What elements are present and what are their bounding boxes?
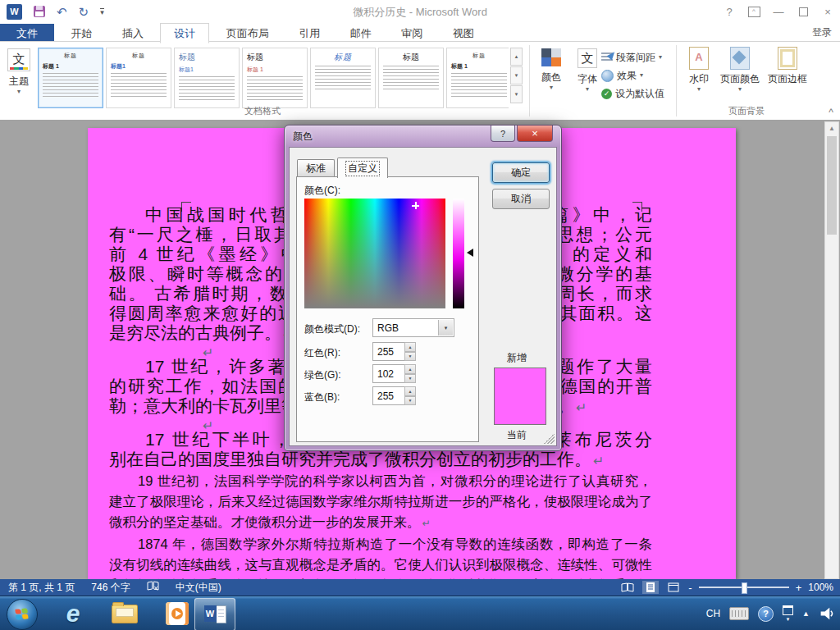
media-player-button[interactable] <box>163 600 191 627</box>
doc-line: 1874 年，德国数学家外尔斯特拉斯构造了一个没有导数的连续函数，即构造了一条 <box>109 534 652 555</box>
keyboard-icon[interactable] <box>729 607 749 620</box>
language-status[interactable]: 中文(中国) <box>167 581 230 595</box>
red-spinner[interactable]: ▲▼ <box>404 342 416 361</box>
fonts-icon: 文 <box>578 48 597 68</box>
green-spinner[interactable]: ▲▼ <box>404 364 416 383</box>
tab-custom[interactable]: 自定义 <box>337 158 388 178</box>
dialog-close-button[interactable]: × <box>517 126 553 142</box>
page-number-status[interactable]: 第 1 页, 共 1 页 <box>0 581 83 595</box>
fonts-button[interactable]: 文 字体 ▾ <box>569 47 605 111</box>
dropdown-arrow-icon[interactable]: ▾ <box>438 320 453 336</box>
word-count-status[interactable]: 746 个字 <box>83 581 138 595</box>
page-borders-button[interactable]: 页面边框 <box>765 47 810 86</box>
print-layout-button[interactable] <box>642 581 659 594</box>
zoom-level[interactable]: 100% <box>808 582 833 593</box>
web-layout-button[interactable] <box>665 581 682 594</box>
custom-tab-page: 颜色(C): 颜色模式(D): RGB ▾ 红色(R): 255 ▲▼ 绿色(G… <box>296 176 479 442</box>
tab-review[interactable]: 审阅 <box>388 24 436 43</box>
page-color-icon <box>730 47 750 70</box>
gallery-scroll-down-icon[interactable]: ▼ <box>510 66 523 84</box>
sign-in-link[interactable]: 登录 <box>812 25 832 39</box>
themes-button[interactable]: 文 主题 ▾ <box>3 47 34 111</box>
new-current-color-swatch <box>494 368 546 425</box>
zoom-slider-thumb[interactable] <box>742 582 747 594</box>
folder-icon <box>112 605 138 623</box>
tab-mailings[interactable]: 邮件 <box>337 24 385 43</box>
gallery-scroll-up-icon[interactable]: ▲ <box>510 48 523 66</box>
internet-explorer-button[interactable]: e <box>59 600 87 627</box>
dialog-body: 标准 自定义 颜色(C): 颜色模式(D): RGB ▾ 红色(R): 255 … <box>289 147 557 446</box>
style-set-item[interactable]: 标题标题1 <box>174 48 240 108</box>
style-set-item[interactable]: 标题标题 1 <box>446 48 509 108</box>
red-input[interactable]: 255 <box>372 342 409 361</box>
style-set-item[interactable]: 标题 <box>310 48 376 108</box>
file-explorer-button[interactable] <box>111 600 139 627</box>
start-button[interactable] <box>7 599 38 630</box>
help-icon[interactable]: ? <box>717 0 742 23</box>
ribbon-display-options-icon[interactable]: ^ <box>742 0 766 23</box>
paragraph-spacing-button[interactable]: 段落间距 ▾ <box>601 48 672 66</box>
tab-standard[interactable]: 标准 <box>297 159 335 177</box>
luminance-arrow-icon[interactable] <box>467 249 473 257</box>
tab-references[interactable]: 引用 <box>285 24 333 43</box>
chevron-down-icon: ▾ <box>659 54 662 61</box>
cancel-button[interactable]: 取消 <box>492 189 550 209</box>
language-indicator[interactable]: CH <box>706 608 720 619</box>
vertical-scrollbar[interactable]: ▲ <box>824 121 839 579</box>
style-set-item[interactable]: 标题标题1 <box>106 48 171 108</box>
zoom-out-button[interactable]: - <box>688 582 692 593</box>
tab-insert[interactable]: 插入 <box>109 24 157 43</box>
ribbon: 文 主题 ▾ 标题标题 1标题标题1标题标题1标题标题 1标题标题标题标题 1标… <box>0 41 840 121</box>
title-bar[interactable]: W ↶ ↻ ▾ 微积分历史 - Microsoft Word ? ^ — × <box>0 0 840 23</box>
colors-dialog[interactable]: 颜色 ? × 标准 自定义 颜色(C): 颜色模式(D): RGB ▾ 红色(R… <box>284 125 562 451</box>
resize-grip[interactable] <box>544 433 555 444</box>
color-mode-dropdown[interactable]: RGB ▾ <box>372 318 454 337</box>
scroll-up-icon[interactable]: ▲ <box>825 122 838 135</box>
dialog-help-button[interactable]: ? <box>491 126 515 142</box>
zoom-slider[interactable] <box>699 587 789 588</box>
word-taskbar-button[interactable]: W <box>194 598 235 630</box>
restore-button[interactable] <box>791 0 815 23</box>
effects-button[interactable]: 效果 ▾ <box>601 66 672 84</box>
set-default-button[interactable]: ✓ 设为默认值 <box>601 84 672 103</box>
scrollbar-thumb[interactable] <box>827 136 837 235</box>
close-button[interactable]: × <box>815 0 840 23</box>
style-set-item[interactable]: 标题标题 1 <box>242 48 308 108</box>
read-mode-button[interactable] <box>619 581 636 594</box>
word-document-icon: W <box>204 605 226 623</box>
tab-design[interactable]: 设计 <box>160 23 209 43</box>
collapse-ribbon-icon[interactable]: ^ <box>829 107 833 118</box>
blue-input[interactable]: 255 <box>372 386 409 405</box>
tab-file[interactable]: 文件 <box>0 24 54 43</box>
hue-saturation-picker[interactable] <box>304 199 445 308</box>
colors-button[interactable]: 颜色 ▾ <box>533 47 569 111</box>
window-title: 微积分历史 - Microsoft Word <box>0 5 840 20</box>
proofing-status-icon[interactable] <box>139 581 167 594</box>
ime-help-icon[interactable]: ? <box>758 606 774 622</box>
gallery-scrollbar: ▲ ▼ ▼ <box>510 48 523 103</box>
gallery-more-icon[interactable]: ▼ <box>510 85 523 103</box>
ime-toolbar-icon[interactable]: ▾ <box>783 605 793 623</box>
watermark-button[interactable]: 水印 ▾ <box>682 47 715 93</box>
page-color-button[interactable]: 页面颜色 ▾ <box>717 47 763 93</box>
blue-spinner[interactable]: ▲▼ <box>404 386 416 405</box>
tab-view[interactable]: 视图 <box>440 24 487 43</box>
luminance-slider[interactable] <box>453 199 464 308</box>
volume-icon[interactable] <box>819 606 835 621</box>
tab-page-layout[interactable]: 页面布局 <box>213 24 282 43</box>
style-set-item[interactable]: 标题 <box>378 48 444 108</box>
doc-line: 微积分的坚定基础。才使微积分进一步的发展开来。↵ <box>109 512 652 534</box>
red-label: 红色(R): <box>304 346 340 360</box>
zoom-in-button[interactable]: + <box>796 582 802 593</box>
color-crosshair-icon[interactable] <box>412 202 419 209</box>
green-label: 绿色(G): <box>304 368 341 382</box>
tab-home[interactable]: 开始 <box>57 24 105 43</box>
minimize-button[interactable]: — <box>766 0 791 23</box>
green-input[interactable]: 102 <box>372 364 409 383</box>
ok-button[interactable]: 确定 <box>492 162 550 183</box>
chevron-down-icon: ▾ <box>569 86 605 93</box>
paragraph-spacing-icon <box>601 52 613 62</box>
group-label-page-background: 页面背景 <box>664 105 829 117</box>
style-set-item[interactable]: 标题标题 1 <box>38 48 103 108</box>
show-hidden-icons[interactable]: ▲ <box>802 609 810 618</box>
